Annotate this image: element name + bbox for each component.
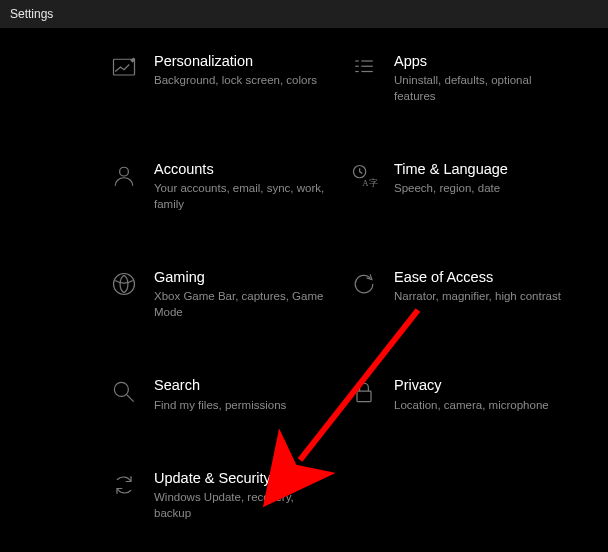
personalization-icon <box>110 52 154 82</box>
tile-title: Gaming <box>154 268 332 286</box>
tile-subtitle: Location, camera, microphone <box>394 398 572 414</box>
tile-update-security[interactable]: Update & Security Windows Update, recove… <box>110 469 350 521</box>
time-language-icon: A字 <box>350 160 394 190</box>
tile-title: Time & Language <box>394 160 572 178</box>
svg-rect-0 <box>114 59 135 75</box>
tile-subtitle: Windows Update, recovery, backup <box>154 490 332 521</box>
tile-title: Ease of Access <box>394 268 572 286</box>
tile-ease-of-access[interactable]: Ease of Access Narrator, magnifier, high… <box>350 268 590 320</box>
settings-grid: Personalization Background, lock screen,… <box>110 52 590 521</box>
accounts-icon <box>110 160 154 190</box>
privacy-icon <box>350 376 394 406</box>
tile-title: Update & Security <box>154 469 332 487</box>
tile-subtitle: Your accounts, email, sync, work, family <box>154 181 332 212</box>
gaming-icon <box>110 268 154 298</box>
window-title: Settings <box>10 7 53 21</box>
tile-privacy[interactable]: Privacy Location, camera, microphone <box>350 376 590 413</box>
tile-time-language[interactable]: A字 Time & Language Speech, region, date <box>350 160 590 212</box>
tile-search[interactable]: Search Find my files, permissions <box>110 376 350 413</box>
settings-content: Personalization Background, lock screen,… <box>0 28 608 552</box>
update-security-icon <box>110 469 154 499</box>
tile-subtitle: Narrator, magnifier, high contrast <box>394 289 572 305</box>
tile-subtitle: Find my files, permissions <box>154 398 332 414</box>
svg-line-12 <box>127 395 134 402</box>
tile-subtitle: Speech, region, date <box>394 181 572 197</box>
tile-subtitle: Uninstall, defaults, optional features <box>394 73 572 104</box>
svg-point-11 <box>114 383 128 397</box>
tile-accounts[interactable]: Accounts Your accounts, email, sync, wor… <box>110 160 350 212</box>
tile-title: Personalization <box>154 52 332 70</box>
tile-title: Search <box>154 376 332 394</box>
tile-title: Apps <box>394 52 572 70</box>
tile-gaming[interactable]: Gaming Xbox Game Bar, captures, Game Mod… <box>110 268 350 320</box>
window-titlebar: Settings <box>0 0 608 28</box>
tile-title: Accounts <box>154 160 332 178</box>
ease-of-access-icon <box>350 268 394 298</box>
tile-subtitle: Background, lock screen, colors <box>154 73 332 89</box>
tile-subtitle: Xbox Game Bar, captures, Game Mode <box>154 289 332 320</box>
svg-point-7 <box>120 167 129 176</box>
tile-apps[interactable]: Apps Uninstall, defaults, optional featu… <box>350 52 590 104</box>
svg-rect-13 <box>357 392 371 403</box>
svg-point-10 <box>114 274 135 295</box>
apps-icon <box>350 52 394 82</box>
svg-text:A字: A字 <box>362 178 377 188</box>
tile-title: Privacy <box>394 376 572 394</box>
search-icon <box>110 376 154 406</box>
tile-personalization[interactable]: Personalization Background, lock screen,… <box>110 52 350 104</box>
